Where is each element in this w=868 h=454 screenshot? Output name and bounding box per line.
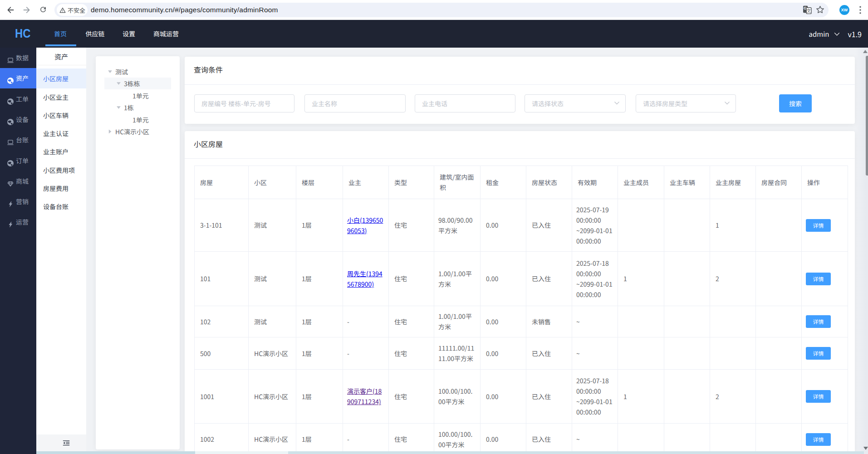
app-logo[interactable]: HC: [15, 20, 30, 48]
header-tab-4[interactable]: 商城运营: [144, 20, 188, 48]
browser-menu-icon[interactable]: [859, 6, 861, 14]
sidebar-item-2[interactable]: 资产: [0, 68, 36, 88]
tree-caret-icon[interactable]: [113, 78, 124, 89]
submenu-item-7[interactable]: 房屋费用: [36, 179, 86, 197]
user-dropdown[interactable]: admin: [809, 29, 829, 39]
tree-node-4[interactable]: 1栋: [104, 102, 171, 113]
sidebar-item-3[interactable]: 工单: [0, 89, 36, 109]
submenu-item-4[interactable]: 业主认证: [36, 124, 86, 142]
cell-house: 102: [195, 306, 249, 337]
tree-caret-icon[interactable]: [104, 126, 115, 137]
tree-node-5[interactable]: 1单元: [104, 114, 171, 126]
browser-forward-icon[interactable]: [23, 6, 31, 14]
tree-node-label: 3栋栋: [124, 79, 140, 88]
sidebar-item-7[interactable]: 商城: [0, 171, 36, 191]
community-tree-panel: 测试3栋栋1单元1栋1单元HC演示小区: [96, 56, 180, 449]
submenu-item-1[interactable]: 小区房屋: [36, 68, 86, 88]
cell-contract: [756, 199, 802, 252]
submenu-item-8[interactable]: 设备台账: [36, 197, 86, 215]
address-bar[interactable]: 不安全 demo.homecommunity.cn/#/pages/commun…: [54, 3, 829, 17]
scrollbar-down-arrow[interactable]: [863, 447, 868, 450]
tree-caret-icon[interactable]: [113, 102, 124, 113]
vertical-scrollbar-thumb[interactable]: [866, 56, 868, 176]
submenu-item-5[interactable]: 业主账户: [36, 142, 86, 161]
translate-icon[interactable]: G文: [803, 5, 812, 15]
sidebar-item-5[interactable]: 台账: [0, 130, 36, 150]
cell-action: 详情: [802, 370, 848, 424]
submenu-item-6[interactable]: 小区费用项: [36, 161, 86, 179]
cell-type: 住宅: [389, 252, 434, 306]
tree-node-label: 1栋: [124, 103, 134, 112]
tree-node-3[interactable]: 1单元: [104, 90, 171, 102]
submenu-item-3[interactable]: 小区车辆: [36, 106, 86, 124]
tree-node-6[interactable]: HC演示小区: [104, 126, 171, 137]
cell-type: 住宅: [389, 306, 434, 337]
cell-validity: ~: [572, 337, 618, 370]
cell-rent: 0.00: [481, 370, 526, 424]
col-header-3: 楼层: [296, 166, 343, 199]
detail-button[interactable]: 详情: [806, 347, 831, 360]
cell-owner: -: [343, 424, 389, 454]
sidebar-item-6[interactable]: 订单: [0, 151, 36, 171]
tree-node-2[interactable]: 3栋栋: [104, 78, 171, 89]
sidebar-item-1[interactable]: 数据: [0, 48, 36, 68]
cell-houses: [710, 337, 756, 370]
header-tab-2[interactable]: 供应链: [76, 20, 114, 48]
detail-button[interactable]: 详情: [806, 219, 831, 232]
sidebar-item-4[interactable]: 设备: [0, 109, 36, 130]
cell-community: 测试: [249, 306, 296, 337]
cell-members: [618, 306, 664, 337]
col-header-2: 小区: [249, 166, 296, 199]
browser-profile-avatar[interactable]: XW: [839, 5, 849, 15]
detail-button[interactable]: 详情: [806, 433, 831, 446]
url-text[interactable]: demo.homecommunity.cn/#/pages/community/…: [91, 3, 278, 17]
security-chip[interactable]: 不安全: [57, 4, 88, 16]
submenu-item-2[interactable]: 小区业主: [36, 88, 86, 106]
secondary-sidebar: 资产 小区房屋小区业主小区车辆业主认证业主账户小区费用项房屋费用设备台账: [36, 48, 86, 454]
col-header-1: 房屋: [195, 166, 249, 199]
browser-reload-icon[interactable]: [39, 5, 47, 14]
detail-button[interactable]: 详情: [806, 273, 831, 285]
table-row-4: 500HC演示小区1层-住宅11111.00/1111.00平方米0.00已入住…: [195, 337, 848, 370]
col-header-7: 租金: [481, 166, 526, 199]
sidebar-item-label: 资产: [16, 68, 29, 88]
diamond-icon: [7, 178, 14, 185]
owner-link[interactable]: 小白(13965096053): [347, 215, 383, 235]
sidebar-item-label: 商城: [16, 171, 29, 191]
table-row-5: 1001HC演示小区1层演示客户(18909711234)住宅100.00/10…: [195, 370, 848, 424]
owner-link[interactable]: 周先生(13945678900): [347, 269, 383, 288]
tree-caret-icon[interactable]: [104, 66, 115, 78]
chevron-down-icon[interactable]: [834, 32, 840, 36]
cell-members: 1: [618, 252, 664, 306]
scrollbar-up-arrow[interactable]: [863, 50, 868, 53]
collapse-menu-icon[interactable]: [63, 440, 70, 446]
detail-button[interactable]: 详情: [806, 390, 831, 403]
cell-vehicles: [664, 252, 710, 306]
header-tab-1[interactable]: 首页: [44, 20, 76, 48]
bookmark-star-icon[interactable]: [815, 5, 825, 15]
cell-validity: ~: [572, 424, 618, 454]
cell-houses: [710, 424, 756, 454]
browser-back-icon[interactable]: [6, 6, 15, 14]
tree-node-1[interactable]: 测试: [104, 66, 171, 78]
header-tab-3[interactable]: 设置: [114, 20, 144, 48]
sidebar-item-9[interactable]: 运营: [0, 212, 36, 232]
query-input-2[interactable]: 业主名称: [304, 94, 406, 112]
cell-members: [618, 337, 664, 370]
query-select-4[interactable]: 请选择状态: [525, 94, 626, 112]
search-button[interactable]: 搜索: [779, 94, 812, 112]
version-label: v1.9: [848, 29, 862, 39]
tree-node-label: 测试: [115, 67, 128, 76]
horizontal-scrollbar-thumb[interactable]: [36, 451, 195, 454]
bolt-icon: [7, 219, 14, 225]
query-select-5[interactable]: 请选择房屋类型: [636, 94, 736, 112]
query-input-1[interactable]: 房屋编号 楼栋-单元-房号: [194, 94, 294, 112]
sidebar-item-8[interactable]: 营销: [0, 191, 36, 212]
owner-link[interactable]: 演示客户(18909711234): [347, 386, 382, 406]
cell-houses: [710, 306, 756, 337]
cell-contract: [756, 424, 802, 454]
query-input-3[interactable]: 业主电话: [415, 94, 515, 112]
detail-button[interactable]: 详情: [806, 315, 831, 328]
cell-contract: [756, 337, 802, 370]
cell-type: 住宅: [389, 199, 434, 252]
